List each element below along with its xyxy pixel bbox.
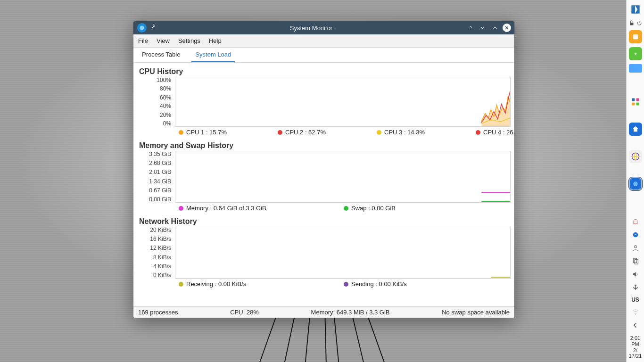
dot-icon xyxy=(179,206,183,211)
content-area: CPU History 100% 80% 60% 40% 20% 0% xyxy=(133,63,514,306)
network-title: Network History xyxy=(139,217,511,226)
tray-network-icon[interactable] xyxy=(631,308,640,316)
cpu-tick: 40% xyxy=(138,103,171,109)
clock-date-1: 2/ xyxy=(627,347,644,354)
tray-user-icon[interactable] xyxy=(631,244,640,252)
window-title: System Monitor xyxy=(158,25,464,32)
svg-point-13 xyxy=(140,26,144,30)
status-swap: No swap space available xyxy=(442,309,510,316)
net-tick: 4 KiB/s xyxy=(138,263,171,270)
status-memory: Memory: 649.3 MiB / 3.3 GiB xyxy=(311,309,390,316)
dot-icon xyxy=(476,130,480,135)
cpu1-label: CPU 1 : 15.7% xyxy=(186,129,227,136)
statusbar: 169 processes CPU: 28% Memory: 649.3 MiB… xyxy=(133,306,514,318)
svg-rect-11 xyxy=(635,260,638,264)
menu-help[interactable]: Help xyxy=(209,37,222,44)
menu-view[interactable]: View xyxy=(157,37,170,44)
net-tick: 0 KiB/s xyxy=(138,272,171,279)
svg-point-9 xyxy=(634,246,636,248)
svg-rect-4 xyxy=(632,103,635,106)
network-yaxis: 20 KiB/s 16 KiB/s 12 KiB/s 8 KiB/s 4 KiB… xyxy=(138,227,175,279)
tray-clipboard-icon[interactable] xyxy=(631,257,640,265)
system-monitor-window: System Monitor ? File View Settings Help… xyxy=(133,21,514,318)
memory-chart xyxy=(175,151,511,203)
network-section: Network History 20 KiB/s 16 KiB/s 12 KiB… xyxy=(138,217,511,291)
app-launcher-icon[interactable] xyxy=(627,0,644,19)
mem-tick: 2.01 GiB xyxy=(138,169,171,175)
help-button[interactable]: ? xyxy=(466,23,475,33)
memory-legend: Memory : 0.64 GiB of 3.3 GiB Swap : 0.00… xyxy=(138,203,511,215)
recv-label: Receiving : 0.00 KiB/s xyxy=(186,280,246,288)
svg-text:?: ? xyxy=(469,25,471,30)
titlebar[interactable]: System Monitor ? xyxy=(133,21,514,34)
dot-icon xyxy=(179,130,183,135)
tray-keyboard-layout[interactable]: US xyxy=(631,296,639,303)
cpu-tick: 100% xyxy=(138,77,171,83)
cpu-yaxis: 100% 80% 60% 40% 20% 0% xyxy=(138,77,175,127)
cpu-chart xyxy=(175,77,511,127)
net-tick: 12 KiB/s xyxy=(138,245,171,251)
lock-icon[interactable] xyxy=(628,20,635,26)
menu-settings[interactable]: Settings xyxy=(178,37,200,44)
mem-tick: 1.34 GiB xyxy=(138,178,171,185)
taskbar-browser-icon[interactable] xyxy=(629,150,642,163)
memory-title: Memory and Swap History xyxy=(139,141,511,150)
status-processes: 169 processes xyxy=(138,309,178,316)
mem-tick: 3.35 GiB xyxy=(138,151,171,157)
pin-icon[interactable] xyxy=(149,24,158,32)
network-legend: Receiving : 0.00 KiB/s Sending : 0.00 Ki… xyxy=(138,279,511,291)
panel-clock[interactable]: 2:01 PM 2/ 17/21 xyxy=(627,335,644,359)
memory-section: Memory and Swap History 3.35 GiB 2.68 Gi… xyxy=(138,141,511,215)
svg-point-7 xyxy=(633,181,637,186)
mem-tick: 0.67 GiB xyxy=(138,187,171,194)
cpu-section: CPU History 100% 80% 60% 40% 20% 0% xyxy=(138,67,511,140)
taskbar-show-desktop[interactable] xyxy=(629,64,642,73)
cpu-tick: 20% xyxy=(138,112,171,118)
network-chart xyxy=(175,227,511,279)
minimize-button[interactable] xyxy=(478,23,487,33)
memory-yaxis: 3.35 GiB 2.68 GiB 2.01 GiB 1.34 GiB 0.67… xyxy=(138,151,175,203)
maximize-button[interactable] xyxy=(490,23,500,33)
dot-icon xyxy=(179,282,183,287)
taskbar-app-2[interactable]: ± xyxy=(629,47,642,60)
net-tick: 20 KiB/s xyxy=(138,227,171,233)
cpu-legend: CPU 1 : 15.7% CPU 2 : 62.7% CPU 3 : 14.3… xyxy=(138,127,511,140)
net-tick: 16 KiB/s xyxy=(138,236,171,242)
cpu-tick: 60% xyxy=(138,94,171,101)
app-badge-icon xyxy=(137,23,147,33)
tray-updater-icon[interactable] xyxy=(631,230,640,239)
svg-rect-0 xyxy=(633,34,638,40)
tab-system-load[interactable]: System Load xyxy=(191,48,235,62)
tray-expand-icon[interactable] xyxy=(631,321,640,330)
cpu3-label: CPU 3 : 14.3% xyxy=(384,129,425,136)
cpu-tick: 0% xyxy=(138,120,171,127)
clock-date-2: 17/21 xyxy=(627,353,644,359)
status-cpu: CPU: 28% xyxy=(230,309,259,316)
cpu-title: CPU History xyxy=(139,67,511,76)
memory-label: Memory : 0.64 GiB of 3.3 GiB xyxy=(186,205,266,212)
tray-usb-icon[interactable] xyxy=(631,283,640,292)
tray-ghost-icon[interactable] xyxy=(631,217,640,226)
taskbar-activities-icon[interactable] xyxy=(629,95,642,108)
taskbar-app-1[interactable] xyxy=(629,30,642,43)
tray-volume-icon[interactable] xyxy=(631,270,640,279)
dot-icon xyxy=(344,206,348,211)
svg-rect-3 xyxy=(636,99,639,101)
mem-tick: 2.68 GiB xyxy=(138,160,171,166)
menu-file[interactable]: File xyxy=(138,37,148,44)
send-label: Sending : 0.00 KiB/s xyxy=(351,280,407,288)
dot-icon xyxy=(278,130,282,135)
cpu4-label: CPU 4 : 26.0% xyxy=(483,129,514,136)
taskbar-filemanager-icon[interactable] xyxy=(629,123,642,136)
tabbar: Process Table System Load xyxy=(133,48,514,63)
mem-tick: 0.00 GiB xyxy=(138,196,171,203)
taskbar-panel: ± US 2:01 PM 2/ 17/21 xyxy=(626,0,644,362)
close-button[interactable] xyxy=(503,24,511,32)
svg-point-12 xyxy=(635,314,636,315)
taskbar-sysmon-icon[interactable] xyxy=(629,177,642,190)
power-icon[interactable] xyxy=(636,20,643,26)
tab-process-table[interactable]: Process Table xyxy=(138,48,184,62)
net-tick: 8 KiB/s xyxy=(138,254,171,261)
cpu-tick: 80% xyxy=(138,85,171,92)
menubar: File View Settings Help xyxy=(133,34,514,48)
